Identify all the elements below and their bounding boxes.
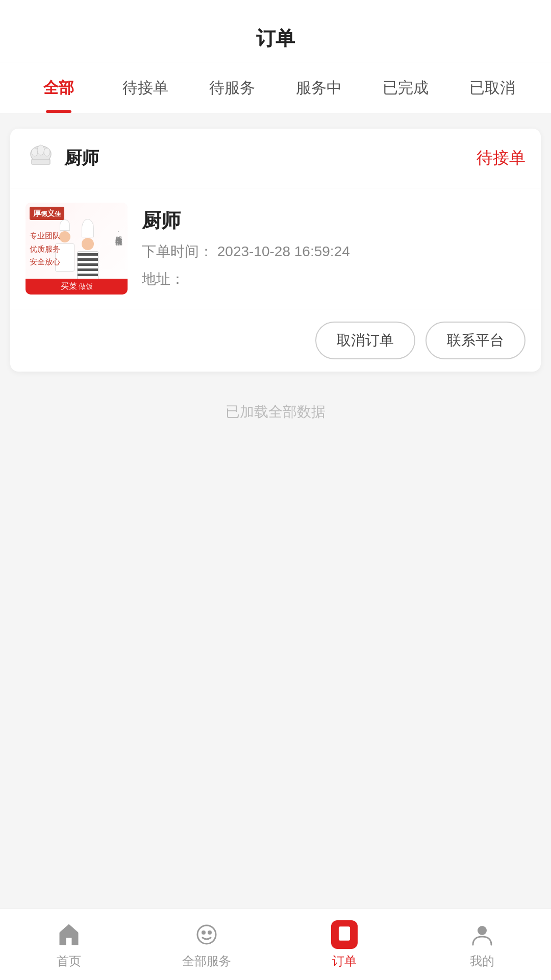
svg-point-12 [478, 926, 487, 935]
order-service-image: 厚德义佳 专业团队 优质服务 安全放心 买菜 做饭 [26, 203, 128, 295]
order-time: 下单时间： 2023-10-28 16:59:24 [142, 242, 525, 261]
svg-point-2 [32, 148, 38, 156]
cancel-order-button[interactable]: 取消订单 [315, 322, 415, 359]
nav-label-home: 首页 [57, 953, 81, 969]
load-status: 已加载全部数据 [10, 382, 541, 442]
nav-item-home[interactable]: 首页 [0, 915, 138, 974]
page-title: 订单 [256, 28, 295, 49]
services-icon [192, 920, 221, 949]
nav-item-mine[interactable]: 我的 [413, 915, 551, 974]
home-icon [55, 920, 83, 949]
nav-label-services: 全部服务 [182, 953, 231, 969]
svg-point-4 [44, 148, 50, 156]
svg-point-5 [197, 925, 216, 944]
order-status-badge: 待接单 [477, 147, 525, 169]
order-info: 厨师 下单时间： 2023-10-28 16:59:24 地址： [142, 203, 525, 295]
contact-platform-button[interactable]: 联系平台 [425, 322, 525, 359]
main-content: 厨师 待接单 厚德义佳 专业团队 优质服务 [0, 113, 551, 457]
svg-rect-1 [32, 159, 50, 164]
svg-point-6 [202, 930, 206, 935]
svg-rect-9 [341, 930, 348, 931]
tab-all[interactable]: 全部 [15, 62, 102, 113]
chef-hat-icon [26, 143, 56, 174]
nav-label-mine: 我的 [470, 953, 494, 969]
order-body: 厚德义佳 专业团队 优质服务 安全放心 买菜 做饭 [10, 188, 541, 309]
order-category-left: 厨师 [26, 143, 99, 174]
bottom-nav: 首页 全部服务 订单 [0, 909, 551, 980]
tab-bar: 全部 待接单 待服务 服务中 已完成 已取消 [0, 62, 551, 113]
tab-completed[interactable]: 已完成 [362, 62, 449, 113]
order-card: 厨师 待接单 厚德义佳 专业团队 优质服务 [10, 129, 541, 372]
svg-point-7 [208, 930, 212, 935]
tab-pending-accept[interactable]: 待接单 [102, 62, 189, 113]
mine-icon [468, 920, 496, 949]
tab-cancelled[interactable]: 已取消 [449, 62, 536, 113]
svg-point-3 [37, 145, 44, 155]
svg-rect-10 [341, 933, 348, 934]
order-title: 厨师 [142, 208, 525, 234]
page-header: 订单 [0, 0, 551, 62]
tab-in-service[interactable]: 服务中 [276, 62, 362, 113]
nav-item-services[interactable]: 全部服务 [138, 915, 276, 974]
nav-item-orders[interactable]: 订单 [276, 915, 413, 974]
nav-label-orders: 订单 [332, 953, 357, 969]
order-category-label: 厨师 [64, 146, 99, 170]
order-footer: 取消订单 联系平台 [10, 309, 541, 372]
orders-icon [330, 920, 359, 949]
svg-rect-11 [341, 936, 345, 937]
order-address: 地址： [142, 270, 525, 289]
order-card-header: 厨师 待接单 [10, 129, 541, 188]
tab-pending-service[interactable]: 待服务 [189, 62, 276, 113]
